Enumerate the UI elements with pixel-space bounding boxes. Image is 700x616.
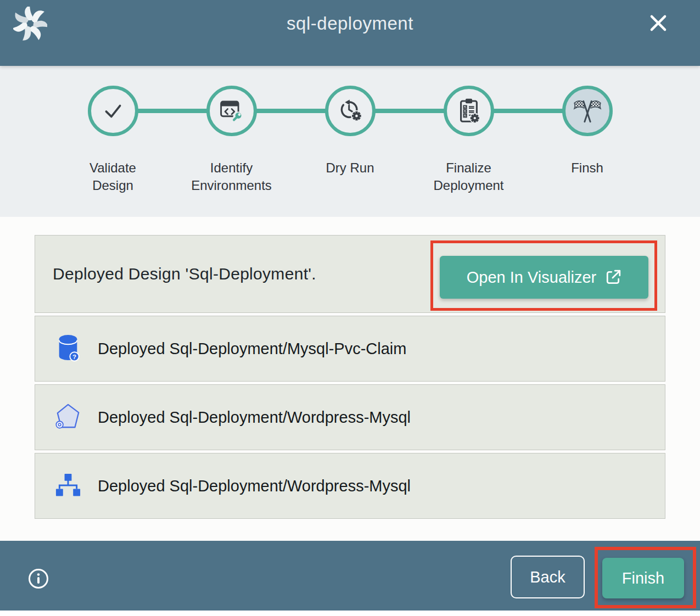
close-icon: [646, 11, 670, 35]
topology-icon: [53, 473, 83, 499]
dialog-footer: Back Finish: [0, 541, 700, 611]
step-identify-environments: Identify Environments: [172, 86, 291, 195]
step-label: Finalize Deployment: [428, 159, 510, 195]
step-validate-design: Validate Design: [54, 86, 172, 195]
step-circle-dry-run[interactable]: [325, 86, 376, 136]
step-circle-validate-design[interactable]: [88, 86, 138, 136]
code-tools-icon: [219, 99, 244, 123]
step-circle-identify-environments[interactable]: [206, 86, 257, 136]
mesh-pentagon-icon: [53, 402, 83, 433]
result-row-wordpress-mysql-1: Deployed Sql-Deployment/Wordpress-Mysql: [35, 384, 665, 450]
info-button[interactable]: [27, 568, 49, 590]
step-finish: Finsh: [528, 86, 647, 195]
external-link-icon: [605, 269, 621, 285]
check-icon: [100, 98, 126, 124]
step-circle-finalize-deployment[interactable]: [444, 86, 494, 136]
step-label: Validate Design: [72, 159, 154, 195]
finish-button[interactable]: Finish: [602, 558, 684, 598]
step-label: Identify Environments: [191, 159, 273, 195]
dry-run-sync-gear-icon: [337, 99, 363, 123]
result-text: Deployed Sql-Deployment/Mysql-Pvc-Claim: [98, 340, 406, 358]
checkered-flags-icon: [573, 98, 602, 124]
step-label: Finsh: [571, 159, 603, 177]
results-card: Deployed Design 'Sql-Deployment'. Open I…: [35, 235, 665, 522]
deployment-results-panel: Deployed Design 'Sql-Deployment'. Open I…: [0, 217, 700, 541]
open-in-visualizer-label: Open In Visualizer: [467, 268, 596, 287]
dialog-header: sql-deployment: [0, 0, 700, 66]
result-row-mysql-pvc-claim: ? Deployed Sql-Deployment/Mysql-Pvc-Clai…: [35, 316, 665, 382]
svg-text:?: ?: [72, 354, 76, 360]
summary-row: Deployed Design 'Sql-Deployment'. Open I…: [35, 235, 665, 313]
clipboard-gear-icon: [457, 98, 481, 124]
close-button[interactable]: [644, 9, 673, 37]
wizard-stepper: Validate Design: [0, 66, 700, 217]
result-text: Deployed Sql-Deployment/Wordpress-Mysql: [98, 408, 411, 427]
open-in-visualizer-button[interactable]: Open In Visualizer: [440, 256, 648, 299]
step-label: Dry Run: [326, 159, 374, 177]
result-text: Deployed Sql-Deployment/Wordpress-Mysql: [98, 477, 411, 495]
result-row-wordpress-mysql-2: Deployed Sql-Deployment/Wordpress-Mysql: [35, 453, 665, 519]
step-circle-finish[interactable]: [562, 86, 613, 136]
back-button[interactable]: Back: [511, 556, 585, 598]
dialog-title: sql-deployment: [0, 13, 700, 34]
step-finalize-deployment: Finalize Deployment: [410, 86, 528, 195]
deployed-design-text: Deployed Design 'Sql-Deployment'.: [53, 265, 316, 283]
info-icon: [27, 568, 49, 590]
step-dry-run: Dry Run: [291, 86, 410, 195]
database-icon: ?: [53, 333, 83, 365]
